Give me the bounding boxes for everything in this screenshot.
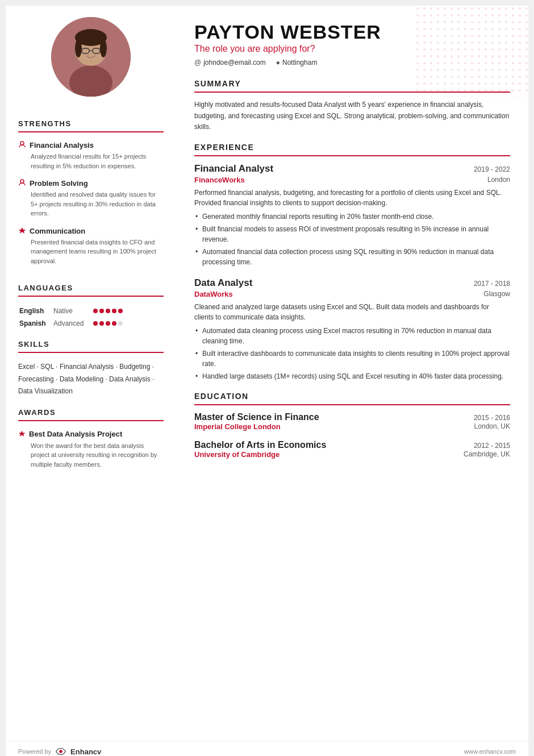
dot xyxy=(99,309,104,313)
communication-icon xyxy=(18,226,26,236)
skills-list: Excel · SQL · Financial Analysis · Budge… xyxy=(18,361,164,398)
exp-header-1: Financial Analyst 2019 - 2022 xyxy=(194,163,510,175)
language-row-english: English Native xyxy=(18,305,164,317)
avatar xyxy=(51,17,131,97)
strength-header-1: Financial Analysis xyxy=(18,140,164,150)
edu-dates-2: 2012 - 2015 xyxy=(474,442,510,450)
language-row-spanish: Spanish Advanced xyxy=(18,317,164,330)
exp-company-1: FinanceWorks xyxy=(194,176,245,184)
enhancv-brand: Enhancv xyxy=(70,747,101,756)
edu-school-2: University of Cambridge xyxy=(194,450,279,459)
strength-desc-1: Analyzed financial results for 15+ proje… xyxy=(18,152,164,171)
exp-header-2: Data Analyst 2017 - 2018 xyxy=(194,277,510,289)
location-text: Nottingham xyxy=(282,59,317,67)
strength-name-1: Financial Analysis xyxy=(30,141,94,149)
lang-name-english: English xyxy=(18,305,52,317)
experience-section: EXPERIENCE Financial Analyst 2019 - 2022… xyxy=(194,143,510,381)
strength-item-1: Financial Analysis Analyzed financial re… xyxy=(18,140,164,171)
exp-desc-2: Cleaned and analyzed large datasets usin… xyxy=(194,302,510,322)
strengths-title: STRENGTHS xyxy=(18,119,164,128)
education-title: EDUCATION xyxy=(194,392,510,401)
awards-title: AWARDS xyxy=(18,408,164,417)
exp-item-1: Financial Analyst 2019 - 2022 FinanceWor… xyxy=(194,163,510,267)
strength-item-3: Communication Presented financial data i… xyxy=(18,226,164,266)
edu-item-2: Bachelor of Arts in Economics 2012 - 201… xyxy=(194,440,510,459)
strengths-section: STRENGTHS Financial Analysis Analyzed fi… xyxy=(18,109,164,273)
candidate-role: The role you are applying for? xyxy=(194,44,510,54)
name-section: PAYTON WEBSTER The role you are applying… xyxy=(194,22,510,54)
resume-body: STRENGTHS Financial Analysis Analyzed fi… xyxy=(6,6,528,741)
contact-location: ● Nottingham xyxy=(276,59,318,67)
award-header-1: Best Data Analysis Project xyxy=(18,429,164,439)
main-content: PAYTON WEBSTER The role you are applying… xyxy=(176,6,528,741)
bullet: Automated financial data collection proc… xyxy=(194,247,510,267)
svg-point-10 xyxy=(20,180,24,183)
lang-name-spanish: Spanish xyxy=(18,317,52,330)
education-divider xyxy=(194,404,510,405)
edu-degree-1: Master of Science in Finance xyxy=(194,412,319,422)
photo-area xyxy=(18,17,164,97)
summary-section: SUMMARY Highly motivated and results-foc… xyxy=(194,79,510,132)
lang-level-spanish: Advanced xyxy=(52,317,92,330)
exp-company-2: DataWorks xyxy=(194,290,233,298)
summary-title: SUMMARY xyxy=(194,79,510,88)
exp-bullets-1: Generated monthly financial reports resu… xyxy=(194,211,510,267)
experience-title: EXPERIENCE xyxy=(194,143,510,152)
exp-sub-1: FinanceWorks London xyxy=(194,176,510,184)
strength-name-3: Communication xyxy=(30,227,85,235)
email-icon: @ xyxy=(194,59,201,67)
dot xyxy=(112,321,116,326)
contact-row: @ johndoe@email.com ● Nottingham xyxy=(194,59,510,67)
edu-header-2: Bachelor of Arts in Economics 2012 - 201… xyxy=(194,440,510,450)
exp-desc-1: Performed financial analysis, budgeting,… xyxy=(194,188,510,208)
edu-school-1: Imperial College London xyxy=(194,422,281,431)
strength-item-2: Problem Solving Identified and resolved … xyxy=(18,178,164,218)
dot xyxy=(106,321,110,326)
dot xyxy=(93,321,98,326)
education-section: EDUCATION Master of Science in Finance 2… xyxy=(194,392,510,459)
contact-email: @ johndoe@email.com xyxy=(194,59,266,67)
exp-location-1: London xyxy=(487,176,510,184)
strength-name-2: Problem Solving xyxy=(30,179,88,188)
edu-header-1: Master of Science in Finance 2015 - 2016 xyxy=(194,412,510,422)
footer-website: www.enhancv.com xyxy=(464,748,516,755)
location-icon: ● xyxy=(276,59,280,67)
svg-point-15 xyxy=(59,750,62,753)
strengths-divider xyxy=(18,131,164,132)
exp-title-1: Financial Analyst xyxy=(194,163,273,175)
exp-bullets-2: Automated data cleaning process using Ex… xyxy=(194,326,510,381)
edu-degree-2: Bachelor of Arts in Economics xyxy=(194,440,326,450)
svg-marker-11 xyxy=(19,227,26,234)
summary-divider xyxy=(194,92,510,93)
bullet: Generated monthly financial reports resu… xyxy=(194,211,510,222)
edu-location-2: Cambridge, UK xyxy=(464,450,510,459)
languages-title: LANGUAGES xyxy=(18,284,164,292)
edu-sub-2: University of Cambridge Cambridge, UK xyxy=(194,450,510,459)
edu-item-1: Master of Science in Finance 2015 - 2016… xyxy=(194,412,510,431)
dot xyxy=(106,309,110,313)
experience-divider xyxy=(194,155,510,156)
resume-wrapper: STRENGTHS Financial Analysis Analyzed fi… xyxy=(6,6,528,756)
exp-item-2: Data Analyst 2017 - 2018 DataWorks Glasg… xyxy=(194,277,510,381)
strength-desc-3: Presented financial data insights to CFO… xyxy=(18,238,164,266)
bullet: Built financial models to assess ROI of … xyxy=(194,224,510,244)
lang-level-english: Native xyxy=(52,305,92,317)
dot-empty xyxy=(118,321,123,326)
dot xyxy=(99,321,104,326)
edu-dates-1: 2015 - 2016 xyxy=(474,414,510,422)
skills-text: Excel · SQL · Financial Analysis · Budge… xyxy=(18,363,154,395)
strength-desc-2: Identified and resolved data quality iss… xyxy=(18,190,164,218)
problem-solving-icon xyxy=(18,178,26,188)
financial-analysis-icon xyxy=(18,140,26,150)
bullet: Automated data cleaning process using Ex… xyxy=(194,326,510,346)
award-name-1: Best Data Analysis Project xyxy=(29,429,122,439)
footer-left: Powered by Enhancv xyxy=(18,747,101,756)
bullet: Handled large datasets (1M+ records) usi… xyxy=(194,371,510,381)
sidebar: STRENGTHS Financial Analysis Analyzed fi… xyxy=(6,6,176,741)
svg-point-5 xyxy=(100,39,107,57)
lang-dots-spanish xyxy=(92,317,164,330)
exp-location-2: Glasgow xyxy=(483,290,510,298)
lang-dots-english xyxy=(92,305,164,317)
edu-location-1: London, UK xyxy=(474,422,510,431)
dot xyxy=(118,309,123,313)
